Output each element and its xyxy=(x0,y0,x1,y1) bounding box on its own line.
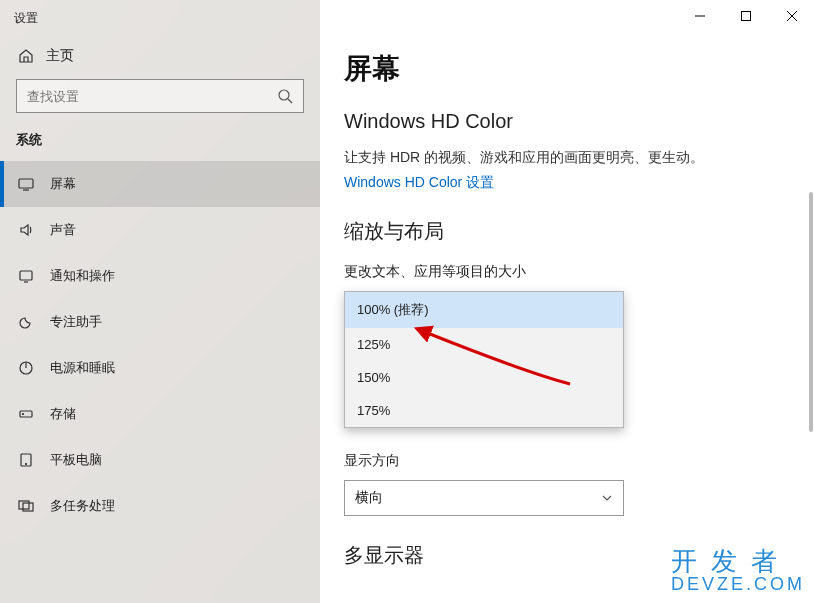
scrollbar[interactable] xyxy=(801,32,815,603)
sidebar-nav: 屏幕 声音 通知和操作 专注助手 电源和睡眠 存储 xyxy=(0,161,320,529)
sidebar-item-notifications[interactable]: 通知和操作 xyxy=(0,253,320,299)
sidebar-home-label: 主页 xyxy=(46,47,74,65)
sidebar-item-sound[interactable]: 声音 xyxy=(0,207,320,253)
tablet-icon xyxy=(18,452,34,468)
sidebar-item-display[interactable]: 屏幕 xyxy=(0,161,320,207)
sidebar-item-focus[interactable]: 专注助手 xyxy=(0,299,320,345)
sidebar-item-tablet[interactable]: 平板电脑 xyxy=(0,437,320,483)
search-icon xyxy=(277,88,293,104)
hd-color-heading: Windows HD Color xyxy=(344,110,815,133)
scale-option-100[interactable]: 100% (推荐) xyxy=(345,292,623,328)
window-title: 设置 xyxy=(0,0,320,33)
search-input[interactable] xyxy=(27,89,277,104)
svg-point-5 xyxy=(23,414,24,415)
multi-display-heading: 多显示器 xyxy=(344,542,815,569)
svg-rect-1 xyxy=(19,179,33,188)
orientation-select[interactable]: 横向 xyxy=(344,480,624,516)
sidebar-item-label: 通知和操作 xyxy=(50,267,115,285)
svg-rect-4 xyxy=(20,411,32,417)
scale-option-175[interactable]: 175% xyxy=(345,394,623,427)
sidebar-item-label: 多任务处理 xyxy=(50,497,115,515)
focus-icon xyxy=(18,314,34,330)
scale-option-125[interactable]: 125% xyxy=(345,328,623,361)
svg-rect-9 xyxy=(23,503,33,511)
orientation-label: 显示方向 xyxy=(344,452,815,470)
main: 屏幕 Windows HD Color 让支持 HDR 的视频、游戏和应用的画面… xyxy=(320,0,815,603)
minimize-button[interactable] xyxy=(677,0,723,32)
sidebar-home[interactable]: 主页 xyxy=(0,33,320,79)
chevron-down-icon xyxy=(601,492,613,504)
sidebar-item-label: 电源和睡眠 xyxy=(50,359,115,377)
hd-color-link[interactable]: Windows HD Color 设置 xyxy=(344,174,494,192)
svg-point-7 xyxy=(26,464,27,465)
svg-rect-8 xyxy=(19,501,29,509)
sidebar-item-storage[interactable]: 存储 xyxy=(0,391,320,437)
multitask-icon xyxy=(18,498,34,514)
scale-option-150[interactable]: 150% xyxy=(345,361,623,394)
storage-icon xyxy=(18,406,34,422)
sidebar-item-power[interactable]: 电源和睡眠 xyxy=(0,345,320,391)
sidebar-item-label: 平板电脑 xyxy=(50,451,102,469)
svg-rect-2 xyxy=(20,271,32,280)
orientation-value: 横向 xyxy=(355,489,383,507)
hd-color-desc: 让支持 HDR 的视频、游戏和应用的画面更明亮、更生动。 xyxy=(344,149,815,167)
scrollbar-thumb[interactable] xyxy=(809,192,813,432)
scale-dropdown[interactable]: 100% (推荐) 125% 150% 175% xyxy=(344,291,624,428)
svg-point-0 xyxy=(279,90,289,100)
page-title: 屏幕 xyxy=(344,50,815,88)
close-button[interactable] xyxy=(769,0,815,32)
sidebar-item-label: 声音 xyxy=(50,221,76,239)
sidebar-section-label: 系统 xyxy=(0,131,320,161)
display-icon xyxy=(18,176,34,192)
home-icon xyxy=(18,48,34,64)
sidebar-item-label: 存储 xyxy=(50,405,76,423)
maximize-button[interactable] xyxy=(723,0,769,32)
sidebar-item-multitask[interactable]: 多任务处理 xyxy=(0,483,320,529)
sound-icon xyxy=(18,222,34,238)
sidebar-item-label: 屏幕 xyxy=(50,175,76,193)
scale-heading: 缩放与布局 xyxy=(344,218,815,245)
search-input-wrap[interactable] xyxy=(16,79,304,113)
sidebar-item-label: 专注助手 xyxy=(50,313,102,331)
notifications-icon xyxy=(18,268,34,284)
watermark-line2: DEVZE.COM xyxy=(671,575,805,595)
window-controls xyxy=(677,0,815,32)
scale-label: 更改文本、应用等项目的大小 xyxy=(344,263,815,281)
sidebar: 设置 主页 系统 屏幕 声音 xyxy=(0,0,320,603)
power-icon xyxy=(18,360,34,376)
svg-rect-10 xyxy=(742,12,751,21)
